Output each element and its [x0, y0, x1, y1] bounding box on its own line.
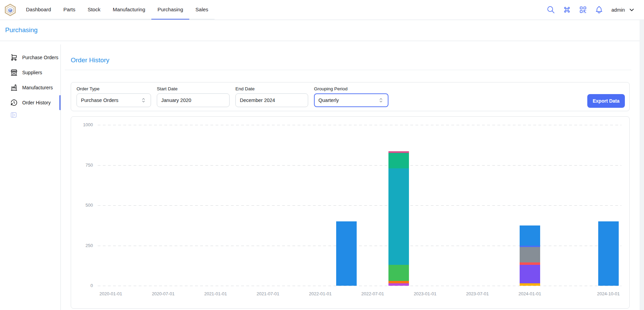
chart-plot-area: 025050075010002020-01-012020-07-012021-0…	[98, 125, 621, 286]
sidebar-item-manufacturers[interactable]: Manufacturers	[0, 80, 60, 95]
inventree-logo-icon[interactable]	[4, 4, 16, 16]
navbar-actions: admin	[547, 5, 644, 14]
x-axis-label-2023-01-01: 2023-01-01	[408, 291, 442, 296]
tab-dashboard[interactable]: Dashboard	[20, 0, 57, 20]
navbar-icon-group	[547, 5, 603, 14]
chevron-down-icon	[628, 7, 635, 13]
tab-purchasing[interactable]: Purchasing	[151, 0, 189, 20]
filter-card: Order Type Purchase Orders Start Date En…	[71, 82, 630, 111]
gridline-1000	[98, 125, 621, 125]
tab-manufacturing[interactable]: Manufacturing	[107, 0, 151, 20]
breadcrumb[interactable]: Purchasing	[5, 26, 38, 34]
bar-2024-10-01[interactable]	[598, 221, 619, 286]
user-menu[interactable]: admin	[612, 7, 635, 13]
x-axis-label-2021-07-01: 2021-07-01	[251, 291, 285, 296]
x-axis-label-2022-01-01: 2022-01-01	[303, 291, 338, 296]
sidebar-item-order-history[interactable]: Order History	[0, 95, 60, 110]
bar-segment	[336, 221, 357, 286]
bell-icon[interactable]	[595, 5, 603, 14]
y-axis-label-0: 0	[71, 283, 93, 288]
end-date-label: End Date	[235, 86, 308, 91]
command-icon[interactable]	[563, 5, 571, 14]
end-date-field: End Date	[235, 86, 308, 107]
order-type-select[interactable]: Purchase Orders	[77, 93, 151, 107]
y-axis-label-500: 500	[71, 203, 93, 208]
y-axis-label-250: 250	[71, 243, 93, 248]
gridline-500	[98, 205, 621, 206]
gridline-0	[98, 286, 621, 286]
qr-code-icon[interactable]	[579, 5, 587, 14]
sidebar-item-label: Suppliers	[22, 70, 42, 75]
bar-segment	[388, 153, 409, 168]
bar-segment	[598, 221, 619, 286]
content-panel: Purchase OrdersSuppliersManufacturersOrd…	[0, 41, 640, 310]
start-date-label: Start Date	[157, 86, 230, 91]
order-type-field: Order Type Purchase Orders	[77, 86, 151, 107]
end-date-input[interactable]	[235, 93, 308, 107]
username-label: admin	[612, 7, 625, 13]
shopping-cart-icon	[10, 54, 18, 61]
y-axis-label-1000: 1000	[71, 122, 93, 127]
start-date-field: Start Date	[157, 86, 230, 107]
title-divider	[65, 70, 631, 70]
sidebar-item-label: Manufacturers	[22, 85, 53, 90]
bar-segment	[520, 247, 540, 262]
grouping-period-field: Grouping Period Quarterly	[314, 86, 388, 107]
main-nav-tabs: DashboardPartsStockManufacturingPurchasi…	[20, 0, 215, 20]
sidebar-item-purchase-orders[interactable]: Purchase Orders	[0, 50, 60, 65]
bar-segment	[388, 281, 409, 283]
bar-segment	[520, 265, 540, 283]
gridline-750	[98, 165, 621, 166]
bar-segment	[520, 283, 540, 286]
top-navbar: DashboardPartsStockManufacturingPurchasi…	[0, 0, 644, 20]
grouping-period-select[interactable]: Quarterly	[314, 93, 388, 107]
history-icon	[10, 99, 18, 106]
bar-2022-04-01[interactable]	[336, 221, 357, 286]
tab-stock[interactable]: Stock	[81, 0, 107, 20]
tab-parts[interactable]: Parts	[57, 0, 81, 20]
bar-2024-01-01[interactable]	[520, 225, 540, 286]
sidebar: Purchase OrdersSuppliersManufacturersOrd…	[0, 41, 60, 310]
search-icon[interactable]	[547, 5, 555, 14]
tab-sales[interactable]: Sales	[189, 0, 215, 20]
x-axis-label-2024-01-01: 2024-01-01	[513, 291, 547, 296]
selector-icon	[378, 97, 384, 103]
y-axis-label-750: 750	[71, 163, 93, 168]
x-axis-label-2024-10-01: 2024-10-01	[591, 291, 626, 296]
x-axis-label-2021-01-01: 2021-01-01	[198, 291, 233, 296]
bar-segment	[388, 265, 409, 281]
x-axis-label-2023-07-01: 2023-07-01	[460, 291, 494, 296]
bar-segment	[520, 262, 540, 265]
sidebar-item-label: Order History	[22, 100, 51, 105]
grouping-period-label: Grouping Period	[314, 86, 388, 91]
start-date-input[interactable]	[157, 93, 230, 107]
grouping-period-value: Quarterly	[318, 98, 339, 103]
bar-segment	[388, 168, 409, 265]
factory-icon	[10, 84, 18, 91]
main-panel: Order History Order Type Purchase Orders…	[65, 41, 640, 310]
page-header-band: Purchasing	[0, 20, 640, 41]
x-axis-label-2020-07-01: 2020-07-01	[146, 291, 180, 296]
x-axis-label-2022-07-01: 2022-07-01	[356, 291, 390, 296]
page-title: Order History	[71, 56, 109, 64]
sidebar-divider	[60, 44, 61, 310]
export-data-button[interactable]: Export Data	[587, 94, 625, 108]
order-type-value: Purchase Orders	[81, 98, 119, 103]
x-axis-label-2020-01-01: 2020-01-01	[94, 291, 128, 296]
bar-2022-10-01[interactable]	[388, 151, 409, 286]
order-history-chart-card: 025050075010002020-01-012020-07-012021-0…	[71, 116, 630, 309]
filter-fields: Order Type Purchase Orders Start Date En…	[77, 86, 388, 107]
bar-segment	[388, 283, 409, 286]
sidebar-collapse-icon[interactable]	[10, 112, 17, 118]
building-store-icon	[10, 69, 18, 76]
gridline-250	[98, 246, 621, 246]
sidebar-item-label: Purchase Orders	[22, 55, 58, 60]
sidebar-item-suppliers[interactable]: Suppliers	[0, 65, 60, 80]
bar-segment	[520, 225, 540, 246]
order-type-label: Order Type	[77, 86, 151, 91]
selector-icon	[140, 97, 147, 103]
